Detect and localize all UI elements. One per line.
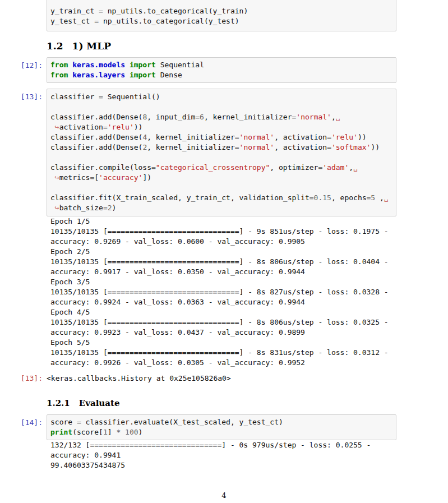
subsection-title: Evaluate: [79, 398, 120, 408]
in-prompt: [12]:: [0, 57, 47, 71]
code-box: classifier = Sequential() classifier.add…: [47, 89, 396, 216]
out-prompt: [13]:: [0, 373, 47, 384]
code-cell-evaluate: [14]: score = classifier.evaluate(X_test…: [0, 414, 448, 440]
evaluate-log: 132/132 [==============================]…: [50, 440, 448, 470]
history-repr-text: <keras.callbacks.History at 0x25e105826a…: [47, 373, 231, 384]
in-prompt: [13]:: [0, 89, 47, 102]
page-number: 4: [0, 491, 448, 500]
subsection-heading-evaluate: 1.2.1Evaluate: [47, 398, 448, 408]
section-title: 1) MLP: [72, 40, 111, 52]
code-cell-imports: [12]: from keras.models import Sequentia…: [0, 57, 448, 83]
code-box: score = classifier.evaluate(X_test_scale…: [47, 414, 396, 440]
epoch-training-log: Epoch 1/5 10135/10135 [=================…: [50, 216, 448, 368]
output-cell-history: [13]: <keras.callbacks.History at 0x25e1…: [0, 373, 448, 384]
in-prompt: [14]:: [0, 414, 47, 428]
section-heading-mlp: 1.21) MLP: [47, 40, 448, 52]
code-cell-model: [13]: classifier = Sequential() classifi…: [0, 89, 448, 216]
notebook-page: y_train_ct = np_utils.to_categorical(y_t…: [0, 0, 448, 470]
subsection-number: 1.2.1: [47, 398, 70, 408]
code-box: from keras.models import Sequentialfrom …: [47, 57, 396, 83]
code-cell-categorical: y_train_ct = np_utils.to_categorical(y_t…: [0, 0, 448, 31]
code-box: y_train_ct = np_utils.to_categorical(y_t…: [47, 0, 396, 31]
section-number: 1.2: [47, 40, 63, 52]
